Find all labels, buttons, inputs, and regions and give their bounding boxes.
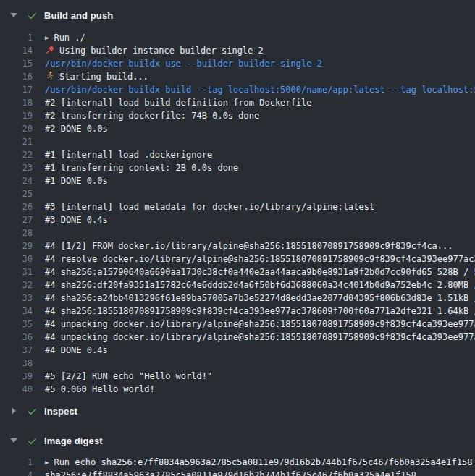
line-text: #2 transferring dockerfile: 74B 0.0s don… [45,109,259,122]
line-number[interactable]: 1 [0,31,33,44]
line-text-content: #5 0.060 Hello world! [45,384,155,394]
line-text: #5 0.060 Hello world! [45,383,155,396]
log-line: 26#3 [internal] load metadata for docker… [0,200,475,213]
line-number[interactable]: 26 [0,200,33,213]
line-number[interactable]: 27 [0,213,33,226]
line-number[interactable]: 34 [0,305,33,318]
section-inspect: Inspect [0,402,475,420]
line-text-content: #1 transferring context: 2B 0.0s done [45,163,238,173]
line-number[interactable]: 25 [0,187,33,200]
line-text-content: #1 [internal] load .dockerignore [45,150,212,160]
line-text-content: #2 transferring dockerfile: 74B 0.0s don… [45,111,259,121]
line-number[interactable]: 40 [0,383,33,396]
line-text: #2 [internal] load build definition from… [45,96,311,109]
line-text-content: #4 unpacking docker.io/library/alpine@sh… [45,332,475,342]
caret-down-icon[interactable] [9,13,18,17]
line-number[interactable]: 16 [0,70,33,83]
log-line: 25 [0,187,475,200]
line-text: #4 DONE 0.4s [45,344,108,357]
log-line: 37#4 DONE 0.4s [0,344,475,357]
log-line: 4sha256:e7ff8834a5963a2785c5a0811e979d16… [0,469,475,476]
line-text: #1 [internal] load .dockerignore [45,148,212,161]
line-text-content: #3 DONE 0.4s [45,215,108,225]
line-number[interactable]: 31 [0,265,33,279]
line-text-content: Starting build... [59,72,148,82]
expand-arrow-icon[interactable]: ▶ [45,31,49,44]
line-text: #1 transferring context: 2B 0.0s done [45,161,238,174]
line-number[interactable]: 4 [0,469,33,476]
line-number[interactable]: 1 [0,456,33,469]
line-number[interactable]: 17 [0,83,33,96]
caret-down-icon[interactable] [9,438,18,443]
line-text: #4 sha256:185518070891758909c9f839cf4ca3… [45,305,475,318]
line-text-content: Run ./ [54,33,85,43]
line-text: #5 [2/2] RUN echo "Hello world!" [45,370,212,383]
line-text-content: sha256:e7ff8834a5963a2785c5a0811e979d16b… [45,470,416,476]
log-line: 30#4 resolve docker.io/library/alpine@sh… [0,252,475,265]
line-number[interactable]: 24 [0,174,33,187]
line-text-content: #3 [internal] load metadata for docker.i… [45,202,374,212]
line-text-content: #4 sha256:df20fa9351a15782c64e6dddb2d4a6… [45,280,475,290]
log-line: 27#3 DONE 0.4s [0,213,475,226]
check-icon [27,406,38,417]
line-text-content: #4 resolve docker.io/library/alpine@sha2… [45,254,475,264]
line-number[interactable]: 18 [0,96,33,109]
line-number[interactable]: 20 [0,122,33,135]
line-number[interactable]: 23 [0,161,33,174]
line-text-content: #1 DONE 0.0s [45,176,108,186]
log-line: 21 [0,135,475,148]
line-text: #4 resolve docker.io/library/alpine@sha2… [45,252,475,265]
line-text-content: #2 DONE 0.0s [45,124,108,134]
line-text-content: #4 unpacking docker.io/library/alpine@sh… [45,319,475,329]
line-text: #2 DONE 0.0s [45,122,108,135]
line-number[interactable]: 32 [0,279,33,292]
section-header-image-digest[interactable]: Image digest [0,432,475,449]
log-line: 17/usr/bin/docker buildx build --tag loc… [0,83,475,96]
line-text-content: #2 [internal] load build definition from… [45,98,311,108]
line-text: Using builder instance builder-single-2 [45,44,264,57]
line-text: /usr/bin/docker buildx build --tag local… [45,83,475,96]
line-text: #4 [1/2] FROM docker.io/library/alpine@s… [45,239,453,252]
line-number[interactable]: 33 [0,292,33,305]
line-number[interactable]: 37 [0,344,33,357]
line-text: #4 sha256:df20fa9351a15782c64e6dddb2d4a6… [45,279,475,292]
log-line: 16Starting build... [0,70,475,83]
line-number[interactable]: 38 [0,357,33,370]
caret-right-icon[interactable] [9,407,18,415]
line-text: Starting build... [45,70,148,83]
line-number[interactable]: 22 [0,148,33,161]
log-line: 39#5 [2/2] RUN echo "Hello world!" [0,370,475,383]
caret-down-glyph [10,438,17,443]
line-number[interactable]: 28 [0,226,33,239]
log-line: 20#2 DONE 0.0s [0,122,475,135]
line-number[interactable]: 36 [0,331,33,344]
line-text: #4 sha256:a15790640a6690aa1730c38cf0a440… [45,265,475,279]
line-number[interactable]: 29 [0,239,33,252]
log-line: 1▶Run echo sha256:e7ff8834a5963a2785c5a0… [0,456,475,469]
log-line: 28 [0,226,475,239]
log-line: 18#2 [internal] load build definition fr… [0,96,475,109]
line-text: ▶Run ./ [45,31,85,44]
section-header-inspect[interactable]: Inspect [0,402,475,420]
line-text-content: #4 [1/2] FROM docker.io/library/alpine@s… [45,241,453,251]
line-number[interactable]: 35 [0,318,33,331]
expand-arrow-icon[interactable]: ▶ [45,456,49,469]
log-line: 31#4 sha256:a15790640a6690aa1730c38cf0a4… [0,265,475,279]
log-line: 14Using builder instance builder-single-… [0,44,475,57]
line-number[interactable]: 21 [0,135,33,148]
section-header-build-and-push[interactable]: Build and push [0,7,475,24]
line-text: #3 DONE 0.4s [45,213,108,226]
line-text: sha256:e7ff8834a5963a2785c5a0811e979d16b… [45,469,416,476]
line-number[interactable]: 14 [0,44,33,57]
line-text: #4 sha256:a24bb4013296f61e89ba57005a7b3e… [45,292,475,305]
caret-right-glyph [12,407,16,415]
line-text: ▶Run echo sha256:e7ff8834a5963a2785c5a08… [45,456,472,469]
line-number[interactable]: 30 [0,252,33,265]
log-line: 19#2 transferring dockerfile: 74B 0.0s d… [0,109,475,122]
line-number[interactable]: 15 [0,57,33,70]
log-line: 35#4 unpacking docker.io/library/alpine@… [0,318,475,331]
log-line: 23#1 transferring context: 2B 0.0s done [0,161,475,174]
workflow-logs-panel: Build and push1▶Run ./14Using builder in… [0,0,475,476]
line-number[interactable]: 19 [0,109,33,122]
line-number[interactable]: 39 [0,370,33,383]
